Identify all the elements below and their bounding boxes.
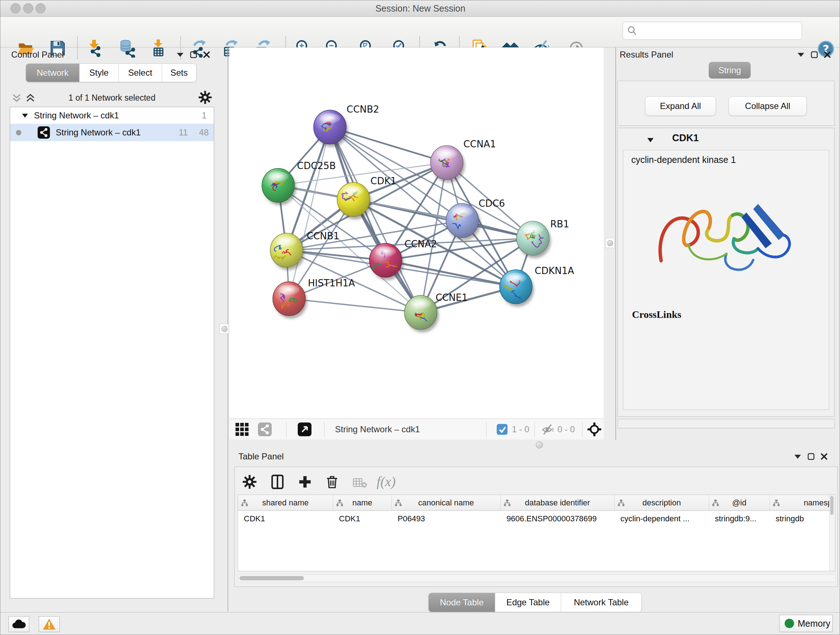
- birds-eye-view-icon[interactable]: [298, 423, 311, 436]
- tab-edge-table[interactable]: Edge Table: [495, 593, 561, 612]
- table-row[interactable]: CDK1CDK1P064939606.ENSP00000378699cyclin…: [238, 511, 835, 527]
- tree-expand-icon[interactable]: [22, 113, 28, 118]
- column-header-name[interactable]: name: [333, 495, 392, 510]
- column-header-database-identifier[interactable]: database identifier: [501, 495, 615, 510]
- left-splitter-handle[interactable]: [219, 324, 229, 334]
- collapse-panel-icon[interactable]: [794, 454, 802, 459]
- window-title: Session: New Session: [0, 0, 840, 16]
- table-panel-tabs: Node TableEdge TableNetwork Table: [428, 593, 642, 612]
- node-label-RB1: RB1: [550, 219, 569, 230]
- tab-sets[interactable]: Sets: [162, 64, 196, 82]
- column-header-canonical-name[interactable]: canonical name: [392, 495, 501, 510]
- tab-string[interactable]: String: [709, 62, 751, 79]
- table-cell[interactable]: 9606.ENSP00000378699: [501, 511, 615, 527]
- share-view-icon[interactable]: [258, 423, 272, 436]
- memory-button[interactable]: Memory: [779, 615, 833, 632]
- table-vertical-scrollbar[interactable]: [829, 495, 835, 571]
- table-gear-icon[interactable]: [243, 475, 256, 489]
- tab-style[interactable]: Style: [80, 64, 118, 82]
- grid-view-icon[interactable]: [235, 423, 248, 436]
- title-bar: Session: New Session: [0, 0, 840, 17]
- network-row-selected[interactable]: String Network – cdk1 11 48: [10, 124, 214, 141]
- node-HIST1H1A[interactable]: HIST1H1A: [273, 278, 355, 318]
- table-cell[interactable]: stringdb: [770, 511, 835, 527]
- collapse-panel-icon[interactable]: [797, 52, 805, 57]
- node-label-HIST1H1A: HIST1H1A: [308, 278, 355, 288]
- edge-CCNB2-RB1[interactable]: [330, 127, 533, 238]
- collapse-panel-icon[interactable]: [176, 52, 184, 57]
- hidden-node-edge-counts: 0 - 0: [557, 419, 575, 440]
- table-cell[interactable]: CDK1: [238, 511, 333, 527]
- table-cell[interactable]: stringdb:9...: [709, 511, 770, 527]
- string-network-badge-icon: [38, 126, 50, 139]
- table-horizontal-scrollbar[interactable]: [238, 574, 835, 582]
- selected-checkbox-icon[interactable]: [497, 424, 508, 435]
- control-panel-tabs: NetworkStyleSelectSets: [26, 63, 196, 82]
- right-splitter-handle[interactable]: [605, 238, 615, 248]
- float-panel-icon[interactable]: [190, 51, 197, 58]
- column-label: canonical name: [418, 498, 474, 508]
- tab-select[interactable]: Select: [118, 64, 162, 82]
- add-row-icon[interactable]: [298, 475, 311, 488]
- memory-label: Memory: [798, 618, 830, 629]
- node-RB1[interactable]: RB1: [516, 219, 569, 258]
- results-panel-title: Results Panel: [620, 50, 673, 60]
- cloud-status-button[interactable]: [8, 616, 29, 632]
- node-CDC6[interactable]: CDC6: [446, 198, 505, 241]
- node-CCNA1[interactable]: CCNA1: [431, 139, 496, 182]
- collapse-all-button[interactable]: Collapse All: [729, 96, 807, 116]
- results-panel: Results Panel String Expand All Collapse…: [615, 48, 840, 440]
- search-field: [622, 22, 802, 40]
- search-input[interactable]: [639, 24, 797, 39]
- gene-description: cyclin-dependent kinase 1: [631, 155, 736, 165]
- node-label-CCNA1: CCNA1: [463, 139, 496, 149]
- crosshair-icon[interactable]: [587, 423, 601, 436]
- table-cell[interactable]: cyclin-dependent ...: [615, 511, 709, 527]
- add-column-icon[interactable]: [271, 475, 284, 489]
- table-cell[interactable]: CDK1: [333, 511, 392, 527]
- column-header-namespace[interactable]: namespace: [770, 495, 835, 510]
- gear-icon[interactable]: [199, 91, 212, 104]
- network-tree: String Network – cdk1 1 String Network –…: [10, 107, 214, 599]
- node-CDKN1A[interactable]: CDKN1A: [500, 265, 574, 307]
- node-label-CDKN1A: CDKN1A: [535, 265, 574, 276]
- edge-HIST1H1A-CCNE1[interactable]: [289, 299, 421, 312]
- table-content-box: f(x) shared namenamecanonical namedataba…: [234, 467, 838, 587]
- warning-status-button[interactable]: [39, 616, 60, 632]
- node-CDK1[interactable]: CDK1: [337, 176, 396, 219]
- network-canvas[interactable]: CCNB2CCNA1CDC25BCDK1CDC6RB1CCNB1CCNA2CDK…: [229, 48, 604, 418]
- tab-network[interactable]: Network: [26, 64, 80, 82]
- float-panel-icon[interactable]: [807, 453, 815, 460]
- node-label-CCNB1: CCNB1: [307, 231, 339, 241]
- close-panel-icon[interactable]: [824, 51, 831, 58]
- string-actions-box: Expand All Collapse All: [617, 81, 835, 126]
- control-panel-title: Control Panel: [11, 50, 64, 60]
- network-label: String Network – cdk1: [56, 127, 141, 138]
- close-panel-icon[interactable]: [821, 453, 828, 460]
- node-label-CDC25B: CDC25B: [297, 160, 336, 171]
- column-label: name: [352, 498, 372, 508]
- warning-icon: [42, 618, 56, 630]
- close-panel-icon[interactable]: [203, 51, 210, 58]
- section-collapse-icon[interactable]: [647, 137, 654, 143]
- cloud-icon: [12, 619, 26, 629]
- collection-label: String Network – cdk1: [34, 111, 119, 120]
- column-header-shared-name[interactable]: shared name: [238, 495, 333, 510]
- network-node-count: 11: [179, 127, 188, 138]
- tab-network-table[interactable]: Network Table: [561, 593, 641, 612]
- table-cell[interactable]: P06493: [392, 511, 501, 527]
- tab-node-table[interactable]: Node Table: [429, 593, 495, 612]
- edge-CCNA2-CDKN1A[interactable]: [386, 260, 516, 287]
- float-panel-icon[interactable]: [811, 51, 818, 58]
- network-graph[interactable]: CCNB2CCNA1CDC25BCDK1CDC6RB1CCNB1CCNA2CDK…: [229, 48, 604, 418]
- column-header-description[interactable]: description: [615, 495, 709, 510]
- horizontal-splitter-handle[interactable]: [536, 441, 543, 448]
- expand-all-button[interactable]: Expand All: [645, 96, 716, 116]
- network-collection-row[interactable]: String Network – cdk1 1: [10, 107, 214, 124]
- gene-detail-box: cyclin-dependent kinase 1: [623, 150, 829, 410]
- node-label-CDK1: CDK1: [370, 176, 396, 187]
- network-view-toolbar: String Network – cdk1 1 - 0 0 - 0: [229, 418, 604, 440]
- node-CCNE1[interactable]: CCNE1: [404, 292, 468, 333]
- delete-trash-icon[interactable]: [326, 475, 338, 489]
- column-header--id[interactable]: @id: [709, 495, 770, 510]
